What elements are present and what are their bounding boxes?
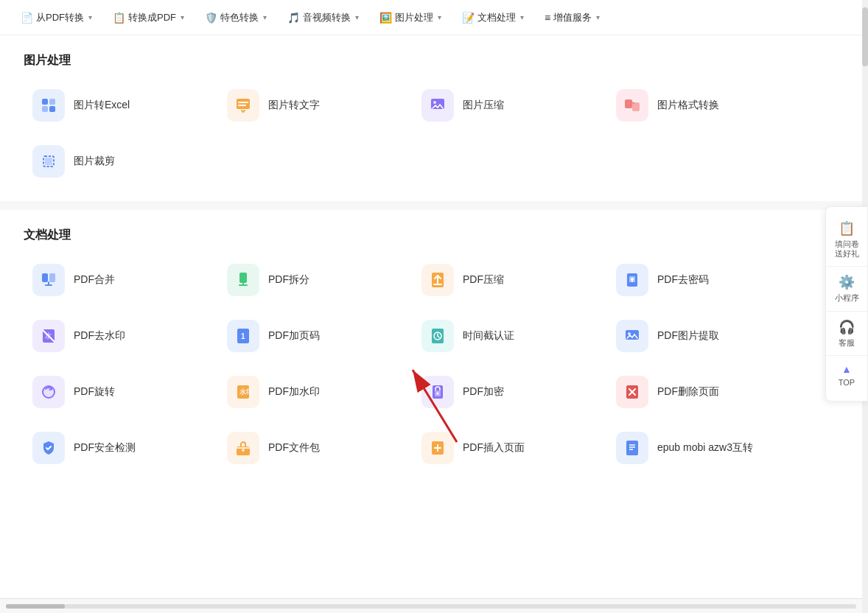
tool-pdf-split[interactable]: PDF拆分 [218,258,395,302]
image-tools-grid: 图片转Excel 图片转文字 [24,83,844,183]
epub-convert-icon [616,432,648,464]
value-service-icon: ≡ [545,12,550,24]
tool-pdf-insert-pages[interactable]: PDF插入页面 [413,426,589,470]
main-content: 图片处理 图片转Excel [0,35,868,505]
nav-av-label: 音视频转换 [303,11,351,24]
to-pdf-icon: 📋 [113,12,125,24]
nav-image-process[interactable]: 🖼️ 图片处理 ▾ [371,7,450,29]
nav-doc-process[interactable]: 📝 文档处理 ▾ [453,7,533,29]
nav-to-pdf[interactable]: 📋 转换成PDF ▾ [104,7,193,29]
pdf-encrypt-icon [421,376,454,408]
sidebar-miniapp-btn[interactable]: ⚙️ 小程序 [826,267,867,311]
tool-pdf-watermark-add[interactable]: 水印 PDF加水印 [218,370,395,414]
pdf-img-extract-icon [616,320,648,352]
horizontal-scroll-thumb[interactable] [6,604,65,609]
bottom-bar [0,598,862,613]
section-divider [0,201,868,210]
svg-rect-12 [45,158,52,165]
nav-value-label: 增值服务 [553,11,592,24]
sidebar-service-btn[interactable]: 🎧 客服 [826,312,867,356]
tool-pdf-package[interactable]: PDF文件包 [218,426,395,470]
pdf-split-icon [227,264,259,296]
image-section-title: 图片处理 [24,53,844,69]
img-compress-label: 图片压缩 [463,99,504,112]
tool-pdf-pagenum[interactable]: 1 PDF加页码 [218,314,395,358]
tool-img-format[interactable]: 图片格式转换 [607,83,784,127]
tool-pdf-security[interactable]: PDF安全检测 [24,426,200,470]
survey-icon: 📋 [839,220,855,237]
tool-pdf-decrypt[interactable]: PDF去密码 [607,258,784,302]
svg-point-37 [437,393,439,395]
top-navigation: 📄 从PDF转换 ▾ 📋 转换成PDF ▾ 🛡️ 特色转换 ▾ 🎵 音视频转换 … [0,0,868,35]
tool-pdf-merge[interactable]: PDF合并 [24,258,200,302]
nav-av-convert[interactable]: 🎵 音视频转换 ▾ [279,7,368,29]
pdf-merge-icon [32,264,65,296]
pdf-pagenum-icon: 1 [227,320,259,352]
svg-rect-1 [49,99,55,105]
chevron-down-icon: ▾ [520,13,524,21]
pdf-watermark-remove-icon: 水 [32,320,65,352]
img-crop-icon [32,145,65,178]
tool-pdf-compress[interactable]: PDF压缩 [413,258,589,302]
tool-pdf-img-extract[interactable]: PDF图片提取 [607,314,784,358]
scrollbar-thumb[interactable] [862,7,868,66]
tool-pdf-watermark-remove[interactable]: 水 PDF去水印 [24,314,200,358]
pdf-decrypt-icon [616,264,648,296]
pdf-decrypt-label: PDF去密码 [657,273,709,287]
nav-image-label: 图片处理 [395,11,433,24]
svg-point-8 [433,101,436,104]
sidebar-top-label: TOP [839,378,855,388]
horizontal-scroll-track [6,604,856,609]
svg-rect-9 [625,99,632,108]
sidebar-survey-label: 填问卷送好礼 [835,239,859,259]
img-to-text-icon [227,89,259,122]
pdf-security-icon [32,432,65,464]
pdf-img-extract-label: PDF图片提取 [657,329,719,343]
tool-pdf-encrypt[interactable]: PDF加密 [413,370,589,414]
chevron-down-icon: ▾ [596,13,600,21]
tool-pdf-delete-pages[interactable]: PDF删除页面 [607,370,784,414]
sidebar-survey-btn[interactable]: 📋 填问卷送好礼 [826,213,867,267]
doc-tools-grid: PDF合并 PDF拆分 [24,258,844,470]
tool-pdf-rotate[interactable]: PDF旋转 [24,370,200,414]
service-icon: 🎧 [839,319,855,335]
nav-value-service[interactable]: ≡ 增值服务 ▾ [536,7,609,29]
nav-special-label: 特色转换 [220,11,259,24]
svg-rect-15 [239,273,247,283]
tool-img-to-text[interactable]: 图片转文字 [218,83,395,127]
tool-img-crop[interactable]: 图片裁剪 [24,139,200,183]
pdf-rotate-icon [32,376,65,408]
tool-img-to-excel[interactable]: 图片转Excel [24,83,200,127]
svg-text:1: 1 [241,332,245,340]
pdf-watermark-remove-label: PDF去水印 [74,329,125,343]
tool-epub-convert[interactable]: epub mobi azw3互转 [607,426,784,470]
pdf-pagenum-label: PDF加页码 [268,329,320,343]
svg-text:水印: 水印 [239,388,252,396]
img-crop-label: 图片裁剪 [74,155,115,168]
pdf-watermark-add-icon: 水印 [227,376,259,408]
img-to-text-label: 图片转文字 [268,99,320,112]
top-arrow-icon: ▲ [841,363,852,375]
pdf-insert-pages-icon [421,432,454,464]
pdf-compress-icon [421,264,454,296]
sidebar-top-btn[interactable]: ▲ TOP [826,356,867,395]
pdf-delete-pages-icon [616,376,648,408]
svg-point-42 [242,449,245,452]
doc-section-title: 文档处理 [24,228,844,243]
svg-point-21 [631,278,634,281]
nav-from-pdf[interactable]: 📄 从PDF转换 ▾ [12,7,101,29]
pdf-package-label: PDF文件包 [268,441,320,455]
chevron-down-icon: ▾ [355,13,359,21]
nav-special-convert[interactable]: 🛡️ 特色转换 ▾ [196,7,276,29]
pdf-merge-label: PDF合并 [74,273,115,287]
time-cert-label: 时间截认证 [463,329,514,343]
img-format-label: 图片格式转换 [657,99,719,112]
chevron-down-icon: ▾ [263,13,267,21]
pdf-delete-pages-label: PDF删除页面 [657,385,719,399]
svg-rect-46 [626,441,638,455]
miniapp-icon: ⚙️ [839,274,855,290]
tool-img-compress[interactable]: 图片压缩 [413,83,589,127]
tool-time-cert[interactable]: 时间截认证 [413,314,589,358]
img-to-excel-label: 图片转Excel [74,99,130,112]
pdf-rotate-label: PDF旋转 [74,385,115,399]
